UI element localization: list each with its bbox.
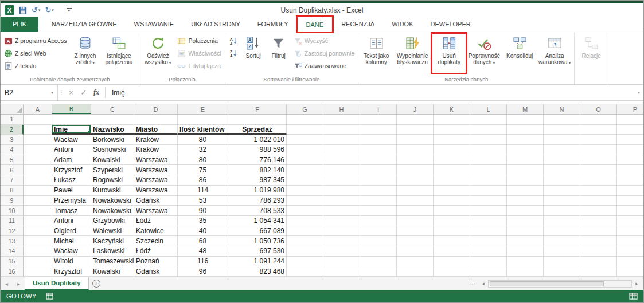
cell-P8[interactable] bbox=[617, 186, 643, 196]
cell-M12[interactable] bbox=[507, 226, 544, 237]
cell-K2[interactable] bbox=[434, 125, 470, 135]
cell-N2[interactable] bbox=[544, 125, 580, 135]
cell-N8[interactable] bbox=[544, 186, 580, 196]
cell-L7[interactable] bbox=[470, 175, 507, 186]
tab-uk-ad-strony[interactable]: UKŁAD STRONY bbox=[182, 17, 249, 32]
cell-B16[interactable]: Krzysztof bbox=[52, 266, 91, 277]
od-wie-wszystko-button[interactable]: Odśwież wszystko▾ bbox=[141, 34, 174, 73]
cell-F10[interactable]: 708 533 bbox=[228, 206, 287, 216]
cell-D7[interactable]: Warszawa bbox=[134, 175, 178, 186]
cell-K8[interactable] bbox=[434, 186, 470, 196]
edytuj-cza-button[interactable]: Edytuj łącza bbox=[175, 60, 223, 72]
row-header-9[interactable]: 9 bbox=[1, 196, 24, 206]
cell-F12[interactable]: 667 089 bbox=[228, 226, 287, 237]
cell-D13[interactable]: Szczecin bbox=[134, 236, 178, 246]
cell-D15[interactable]: Poznań bbox=[134, 257, 178, 267]
cell-A12[interactable] bbox=[24, 226, 52, 237]
istniej-ce-po-czenia-button[interactable]: Istniejące połączenia bbox=[100, 34, 137, 73]
cell-C3[interactable]: Borkowski bbox=[91, 135, 134, 145]
cell-G6[interactable] bbox=[287, 165, 323, 175]
cell-K5[interactable] bbox=[434, 155, 470, 166]
cell-A2[interactable] bbox=[24, 125, 52, 135]
tab-widok[interactable]: WIDOK bbox=[383, 17, 421, 32]
cell-E11[interactable]: 35 bbox=[178, 216, 228, 226]
wyczy-button[interactable]: Wyczyść bbox=[292, 35, 357, 46]
cell-B13[interactable]: Michał bbox=[52, 236, 91, 246]
sheet-nav-left-icon[interactable]: ◂ bbox=[1, 277, 13, 290]
cell-O5[interactable] bbox=[580, 155, 617, 166]
filtruj-button[interactable]: Filtruj bbox=[267, 34, 291, 73]
cell-C2[interactable]: Nazwisko bbox=[91, 125, 134, 135]
sortuj-button[interactable]: AZSortuj bbox=[240, 34, 267, 73]
cell-P16[interactable] bbox=[617, 266, 643, 277]
cell-N12[interactable] bbox=[544, 226, 580, 237]
row-header-6[interactable]: 6 bbox=[1, 165, 24, 175]
cell-J3[interactable] bbox=[397, 135, 434, 145]
row-header-8[interactable]: 8 bbox=[1, 186, 24, 196]
cell-I4[interactable] bbox=[360, 145, 397, 155]
row-header-1[interactable]: 1 bbox=[1, 115, 24, 125]
cell-A14[interactable] bbox=[24, 246, 52, 257]
cell-A8[interactable] bbox=[24, 186, 52, 196]
cell-G8[interactable] bbox=[287, 186, 323, 196]
wype-nianie-b-yskawiczn-button[interactable]: Wypełnianie błyskawiczn bbox=[392, 34, 432, 73]
cell-O7[interactable] bbox=[580, 175, 617, 186]
poprawno-danych-button[interactable]: Poprawność danych▾ bbox=[466, 34, 502, 73]
cell-J11[interactable] bbox=[397, 216, 434, 226]
macro-record-icon[interactable] bbox=[46, 293, 53, 300]
cell-E15[interactable]: 116 bbox=[178, 257, 228, 267]
cell-C15[interactable]: Tomeszewski bbox=[91, 257, 134, 267]
row-header-3[interactable]: 3 bbox=[1, 135, 24, 145]
cell-L5[interactable] bbox=[470, 155, 507, 166]
cell-M15[interactable] bbox=[507, 257, 544, 267]
z-tekstu-button[interactable]: Z tekstu bbox=[2, 60, 68, 72]
zaawansowane-button[interactable]: Zaawansowane bbox=[292, 60, 357, 72]
column-header-L[interactable]: L bbox=[470, 104, 507, 114]
row-header-4[interactable]: 4 bbox=[1, 145, 24, 155]
cell-L13[interactable] bbox=[470, 236, 507, 246]
cell-D1[interactable] bbox=[134, 115, 178, 125]
cell-A15[interactable] bbox=[24, 257, 52, 267]
undo-dropdown-icon[interactable]: ▾ bbox=[38, 8, 41, 13]
cell-I6[interactable] bbox=[360, 165, 397, 175]
cell-G14[interactable] bbox=[287, 246, 323, 257]
cell-P13[interactable] bbox=[617, 236, 643, 246]
cell-E6[interactable]: 75 bbox=[178, 165, 228, 175]
cell-F16[interactable]: 823 468 bbox=[228, 266, 287, 277]
cell-P14[interactable] bbox=[617, 246, 643, 257]
cell-N16[interactable] bbox=[544, 266, 580, 277]
cell-F5[interactable]: 776 146 bbox=[228, 155, 287, 166]
cell-K13[interactable] bbox=[434, 236, 470, 246]
cell-K16[interactable] bbox=[434, 266, 470, 277]
cell-O16[interactable] bbox=[580, 266, 617, 277]
column-header-C[interactable]: C bbox=[91, 104, 134, 114]
cell-B8[interactable]: Paweł bbox=[52, 186, 91, 196]
cell-M3[interactable] bbox=[507, 135, 544, 145]
cell-P6[interactable] bbox=[617, 165, 643, 175]
cell-P4[interactable] bbox=[617, 145, 643, 155]
cell-O15[interactable] bbox=[580, 257, 617, 267]
cell-G2[interactable] bbox=[287, 125, 323, 135]
cell-G1[interactable] bbox=[287, 115, 323, 125]
cell-J14[interactable] bbox=[397, 246, 434, 257]
sortza-button[interactable]: ZA bbox=[227, 48, 239, 59]
row-header-15[interactable]: 15 bbox=[1, 257, 24, 267]
cell-P2[interactable] bbox=[617, 125, 643, 135]
cell-H8[interactable] bbox=[323, 186, 360, 196]
formula-input[interactable]: Imię bbox=[108, 85, 634, 100]
cell-K7[interactable] bbox=[434, 175, 470, 186]
cell-N6[interactable] bbox=[544, 165, 580, 175]
cell-L14[interactable] bbox=[470, 246, 507, 257]
cell-F2[interactable]: Sprzedaż bbox=[228, 125, 287, 135]
cell-J13[interactable] bbox=[397, 236, 434, 246]
cell-E13[interactable]: 68 bbox=[178, 236, 228, 246]
konsoliduj-button[interactable]: Konsoliduj bbox=[502, 34, 537, 73]
cell-I9[interactable] bbox=[360, 196, 397, 206]
cell-H16[interactable] bbox=[323, 266, 360, 277]
cell-I8[interactable] bbox=[360, 186, 397, 196]
cell-J9[interactable] bbox=[397, 196, 434, 206]
cell-D9[interactable]: Gdańsk bbox=[134, 196, 178, 206]
cell-C13[interactable]: Kaczyński bbox=[91, 236, 134, 246]
cell-P11[interactable] bbox=[617, 216, 643, 226]
cell-L2[interactable] bbox=[470, 125, 507, 135]
